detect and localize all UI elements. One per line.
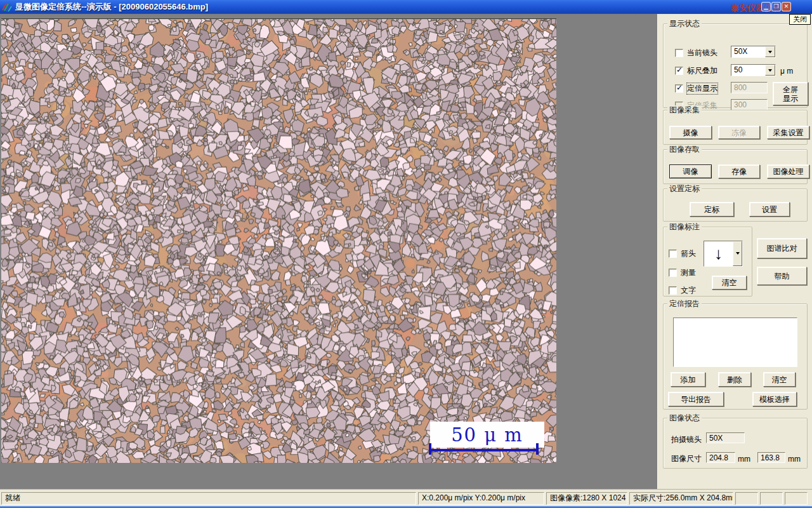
ruler-size-combobox[interactable]: 50: [731, 64, 776, 76]
save-image-button[interactable]: 存像: [718, 164, 760, 178]
report-add-button[interactable]: 添加: [671, 372, 705, 387]
settings-button[interactable]: 设置: [749, 202, 790, 217]
lens-combobox[interactable]: 50X: [731, 46, 776, 58]
checkbox-box[interactable]: [675, 84, 683, 93]
scale-bar-tick-right: [536, 443, 539, 455]
clear-annotation-button[interactable]: 清空: [712, 276, 747, 290]
group-image-capture: 图像采集 摄像 冻像 采集设置: [663, 110, 808, 145]
group-title: 设置定标: [667, 184, 702, 193]
restore-button[interactable]: ❐: [771, 2, 781, 11]
window-controls: ▁ ❐ ✕: [761, 2, 791, 11]
checkbox-box[interactable]: [669, 286, 677, 295]
report-listbox[interactable]: [673, 318, 797, 367]
fixed-capture-value-field: 300: [731, 99, 768, 110]
minimize-icon: ▁: [764, 3, 768, 10]
microscope-image[interactable]: [1, 18, 556, 463]
checkbox-box[interactable]: [669, 269, 677, 277]
report-delete-button[interactable]: 删除: [718, 372, 751, 387]
image-width-field: 204.8: [706, 452, 735, 463]
group-title: 图像标注: [667, 222, 702, 231]
fixed-display-value-field: 800: [731, 82, 768, 93]
close-tooltip: 关闭: [789, 14, 811, 25]
image-size-label: 图像尺寸: [671, 453, 702, 464]
scale-bar-tick-left: [429, 443, 431, 455]
atlas-compare-button[interactable]: 图谱比对: [757, 238, 807, 258]
image-process-button[interactable]: 图像处理: [767, 164, 809, 178]
freeze-button: 冻像: [718, 126, 760, 139]
template-select-button[interactable]: 模板选择: [752, 392, 797, 406]
report-clear-button[interactable]: 清空: [763, 372, 796, 387]
ruler-unit-label: μ m: [780, 67, 793, 76]
scale-bar-label: 50 μ m: [451, 424, 523, 446]
title-bar: 显微图像定倍系统--演示版 - [20090602055646.bmp] 泰安仪…: [0, 0, 812, 14]
width-unit-label: mm: [738, 455, 750, 464]
scale-bar-line: [430, 449, 539, 451]
checkbox-fixed-display[interactable]: 定倍显示: [675, 83, 717, 94]
calibrate-button[interactable]: 定标: [690, 202, 734, 217]
status-ready: 就绪: [1, 492, 416, 505]
checkbox-arrow[interactable]: 箭头: [669, 248, 696, 259]
minimize-button[interactable]: ▁: [761, 2, 771, 11]
group-title: 图像状态: [667, 413, 702, 422]
height-unit-label: mm: [788, 455, 801, 464]
group-report: 定倍报告 添加 删除 清空 导出报告 模板选择: [663, 304, 808, 410]
chevron-down-icon[interactable]: [733, 241, 742, 266]
status-empty-1: [735, 492, 758, 505]
checkbox-current-lens[interactable]: 当前镜头: [675, 48, 717, 58]
status-actual-size: 实际尺寸:256.0mm X 204.8mm: [629, 492, 733, 505]
window-title: 显微图像定倍系统--演示版 - [20090602055646.bmp]: [15, 1, 208, 13]
close-icon: ✕: [784, 3, 789, 10]
load-image-button[interactable]: 调像: [669, 164, 712, 178]
status-empty-3: [785, 492, 808, 505]
help-button[interactable]: 帮助: [757, 267, 807, 285]
checkbox-box[interactable]: [675, 67, 683, 75]
checkbox-box[interactable]: [669, 250, 677, 258]
scale-bar-box: 50 μ m: [430, 422, 544, 448]
status-empty-2: [760, 492, 783, 505]
export-report-button[interactable]: 导出报告: [668, 392, 724, 406]
control-panel: 显示状态 当前镜头 50X 标尺叠加 50 μ m 定倍显示 80: [657, 14, 812, 489]
close-button[interactable]: ✕: [782, 2, 791, 11]
checkbox-text[interactable]: 文字: [669, 285, 696, 296]
group-image-status: 图像状态 拍摄镜头 50X 图像尺寸 204.8 mm 163.8 mm: [663, 418, 808, 469]
app-icon: [2, 2, 12, 12]
arrow-style-combobox[interactable]: ↓: [704, 241, 743, 267]
lens-status-field: 50X: [706, 432, 745, 443]
checkbox-box[interactable]: [675, 49, 683, 57]
chevron-down-icon[interactable]: [765, 65, 775, 76]
group-title: 图像采集: [667, 105, 702, 114]
fullscreen-button[interactable]: 全屏显示: [773, 82, 808, 105]
checkbox-ruler-overlay[interactable]: 标尺叠加: [675, 65, 717, 76]
client-area: 50 μ m 显示状态 当前镜头 50X 标尺叠加 50 μ m: [0, 14, 812, 489]
group-image-storage: 图像存取 调像 存像 图像处理: [663, 149, 808, 184]
status-bar: 就绪 X:0.200μ m/pix Y:0.200μ m/pix 图像像素:12…: [0, 489, 812, 506]
status-image-pixels: 图像像素:1280 X 1024: [546, 492, 627, 505]
arrow-down-icon: ↓: [704, 241, 733, 266]
group-calibration: 设置定标 定标 设置: [663, 189, 808, 222]
chevron-down-icon[interactable]: [765, 46, 775, 57]
capture-settings-button[interactable]: 采集设置: [767, 126, 809, 139]
status-pixel-scale: X:0.200μ m/pix Y:0.200μ m/pix: [418, 492, 544, 505]
group-annotation: 图像标注 箭头 ↓ 测量 清空 文字: [663, 227, 752, 297]
group-title: 图像存取: [667, 145, 702, 154]
checkbox-measure[interactable]: 测量: [669, 267, 696, 278]
camera-button[interactable]: 摄像: [669, 126, 712, 139]
lens-status-label: 拍摄镜头: [671, 434, 702, 445]
group-title: 显示状态: [667, 19, 702, 28]
group-display-status: 显示状态 当前镜头 50X 标尺叠加 50 μ m 定倍显示 80: [663, 23, 808, 108]
restore-icon: ❐: [773, 3, 778, 10]
image-height-field: 163.8: [757, 452, 785, 463]
group-title: 定倍报告: [667, 299, 702, 308]
